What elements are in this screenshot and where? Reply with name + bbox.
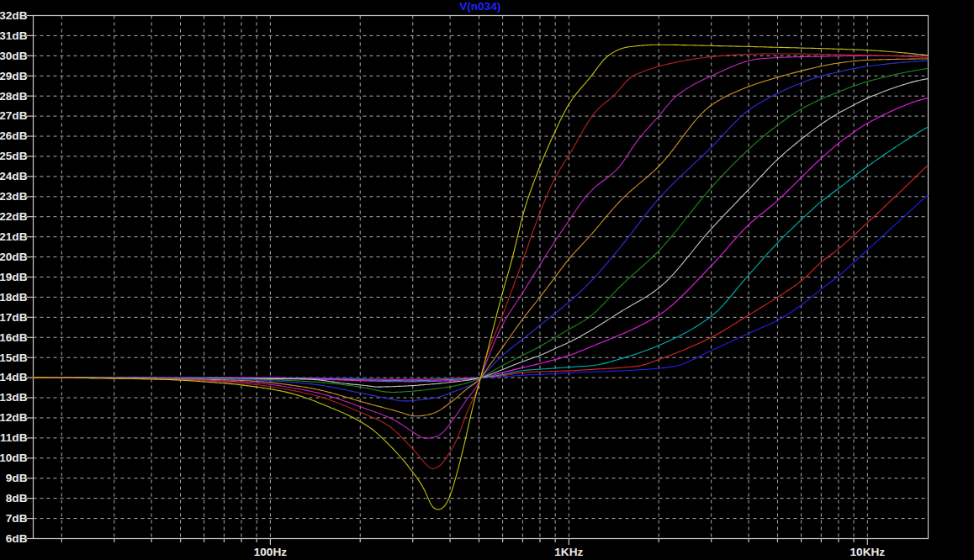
svg-text:28dB: 28dB bbox=[0, 90, 28, 103]
svg-text:11dB: 11dB bbox=[0, 431, 28, 444]
svg-text:10KHz: 10KHz bbox=[850, 546, 886, 558]
svg-text:20dB: 20dB bbox=[0, 251, 28, 263]
svg-text:32dB: 32dB bbox=[0, 9, 28, 22]
svg-text:16dB: 16dB bbox=[0, 331, 28, 344]
svg-text:13dB: 13dB bbox=[0, 391, 28, 404]
svg-text:8dB: 8dB bbox=[6, 492, 28, 505]
svg-text:31dB: 31dB bbox=[0, 29, 28, 42]
svg-text:22dB: 22dB bbox=[0, 210, 28, 223]
svg-text:25dB: 25dB bbox=[0, 150, 28, 162]
svg-text:30dB: 30dB bbox=[0, 50, 28, 62]
svg-text:26dB: 26dB bbox=[0, 129, 28, 142]
svg-text:17dB: 17dB bbox=[0, 311, 28, 324]
svg-text:12dB: 12dB bbox=[0, 411, 28, 424]
svg-text:21dB: 21dB bbox=[0, 230, 28, 243]
svg-text:14dB: 14dB bbox=[0, 371, 28, 383]
svg-text:27dB: 27dB bbox=[0, 109, 28, 122]
svg-text:23dB: 23dB bbox=[0, 190, 28, 203]
svg-text:18dB: 18dB bbox=[0, 291, 28, 304]
svg-text:9dB: 9dB bbox=[6, 472, 28, 484]
svg-text:6dB: 6dB bbox=[6, 532, 28, 545]
svg-text:10dB: 10dB bbox=[0, 452, 28, 464]
svg-text:24dB: 24dB bbox=[0, 170, 28, 182]
svg-text:19dB: 19dB bbox=[0, 271, 28, 283]
svg-text:29dB: 29dB bbox=[0, 70, 28, 82]
svg-text:15dB: 15dB bbox=[0, 351, 28, 364]
svg-text:V(n034): V(n034) bbox=[459, 0, 500, 13]
svg-text:7dB: 7dB bbox=[6, 512, 28, 525]
svg-text:100Hz: 100Hz bbox=[254, 546, 287, 558]
svg-text:1KHz: 1KHz bbox=[554, 546, 583, 558]
